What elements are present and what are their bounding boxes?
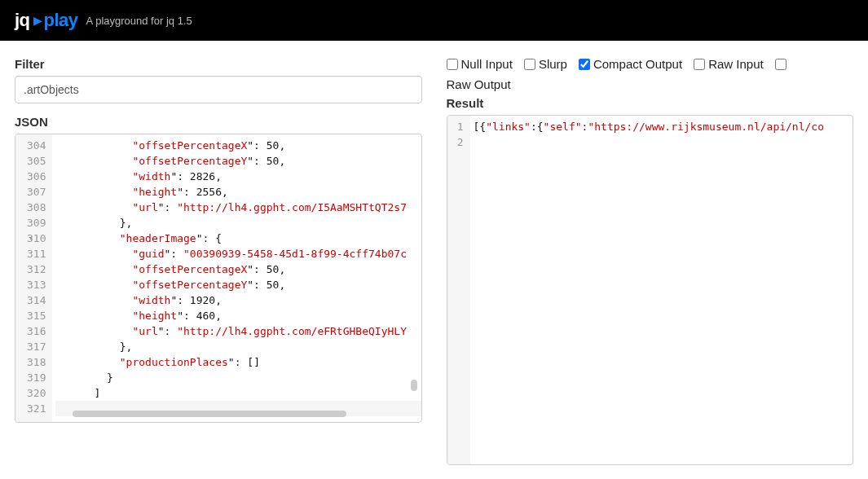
code-line[interactable]: ] (55, 385, 421, 401)
option-label: Raw Input (708, 57, 764, 71)
code-line[interactable]: "width": 1920, (55, 292, 421, 308)
code-line[interactable]: "offsetPercentageX": 50, (55, 261, 421, 277)
line-number: 305 (27, 153, 46, 169)
line-number: 306 (27, 169, 46, 184)
filter-label: Filter (15, 57, 422, 71)
code-line[interactable]: "headerImage": { (55, 231, 421, 246)
checkbox-raw-input[interactable] (694, 59, 705, 70)
line-number: 2 (454, 134, 464, 150)
json-code[interactable]: "offsetPercentageX": 50, "offsetPercenta… (52, 134, 421, 422)
code-line[interactable]: "width": 2826, (55, 169, 421, 184)
line-number: 317 (27, 339, 46, 354)
result-line[interactable]: [{"links":{"self":"https://www.rijksmuse… (474, 119, 853, 134)
jq-link[interactable]: jq (166, 15, 174, 27)
brand[interactable]: jq ▶ play (15, 10, 78, 31)
option-compact-output[interactable]: Compact Output (579, 57, 682, 71)
raw-output-label: Raw Output (447, 77, 854, 91)
filter-input[interactable] (15, 76, 422, 103)
line-number: 308 (27, 200, 46, 215)
option-slurp[interactable]: Slurp (524, 57, 567, 71)
code-line[interactable]: "height": 460, (55, 308, 421, 323)
line-number: 319 (27, 370, 46, 385)
left-column: Filter JSON 3043053063073083093103113123… (15, 57, 422, 465)
line-number: 312 (27, 261, 46, 277)
line-number: 314 (27, 292, 46, 308)
option-raw-input[interactable]: Raw Input (694, 57, 764, 71)
line-number: 316 (27, 323, 46, 339)
line-number: 310 (27, 231, 46, 246)
code-line[interactable]: }, (55, 215, 421, 231)
result-gutter: 12 (447, 116, 470, 464)
option-label: Null Input (461, 57, 513, 71)
line-number: 307 (27, 184, 46, 200)
tagline-suffix: 1.5 (174, 15, 192, 27)
code-line[interactable]: "height": 2556, (55, 184, 421, 200)
line-number: 304 (27, 138, 46, 153)
json-gutter: 3043053063073083093103113123133143153163… (15, 134, 52, 422)
line-number: 320 (27, 385, 46, 401)
code-line[interactable]: "url": "http://lh4.ggpht.com/I5AaMSHTtQT… (55, 200, 421, 215)
trailing-checkbox[interactable] (775, 59, 786, 70)
json-label: JSON (15, 115, 422, 129)
code-line[interactable]: }, (55, 339, 421, 354)
brand-jq-text: jq (15, 10, 30, 31)
result-viewer[interactable]: 12 [{"links":{"self":"https://www.rijksm… (447, 115, 854, 465)
code-line[interactable]: } (55, 370, 421, 385)
line-number: 1 (454, 119, 464, 134)
option-null-input[interactable]: Null Input (447, 57, 513, 71)
code-line[interactable]: "offsetPercentageY": 50, (55, 153, 421, 169)
code-line[interactable]: "guid": "00390939-5458-45d1-8f99-4cff74b… (55, 246, 421, 261)
result-label: Result (447, 96, 854, 110)
line-number: 313 (27, 277, 46, 292)
navbar: jq ▶ play A playground for jq 1.5 (0, 0, 868, 41)
json-editor[interactable]: 3043053063073083093103113123133143153163… (15, 134, 422, 423)
tagline: A playground for jq 1.5 (86, 15, 192, 27)
play-icon: ▶ (33, 14, 42, 27)
vertical-scrollbar[interactable] (411, 134, 417, 407)
line-number: 321 (27, 401, 46, 416)
right-column: Null InputSlurpCompact OutputRaw Input R… (447, 57, 854, 465)
tagline-prefix: A playground for (86, 15, 166, 27)
code-line[interactable]: "productionPlaces": [] (55, 354, 421, 370)
option-label: Slurp (539, 57, 567, 71)
checkbox-compact-output[interactable] (579, 59, 590, 70)
horizontal-scrollbar[interactable] (73, 411, 415, 417)
checkbox-null-input[interactable] (447, 59, 458, 70)
line-number: 309 (27, 215, 46, 231)
line-number: 318 (27, 354, 46, 370)
checkbox-slurp[interactable] (524, 59, 535, 70)
line-number: 311 (27, 246, 46, 261)
code-line[interactable]: "offsetPercentageY": 50, (55, 277, 421, 292)
option-label: Compact Output (593, 57, 682, 71)
code-line[interactable]: "url": "http://lh4.ggpht.com/eFRtGHBeQIy… (55, 323, 421, 339)
options-row: Null InputSlurpCompact OutputRaw Input (447, 57, 854, 73)
code-line[interactable]: "offsetPercentageX": 50, (55, 138, 421, 153)
line-number: 315 (27, 308, 46, 323)
brand-play-text: play (44, 10, 78, 31)
result-code[interactable]: [{"links":{"self":"https://www.rijksmuse… (470, 116, 853, 464)
